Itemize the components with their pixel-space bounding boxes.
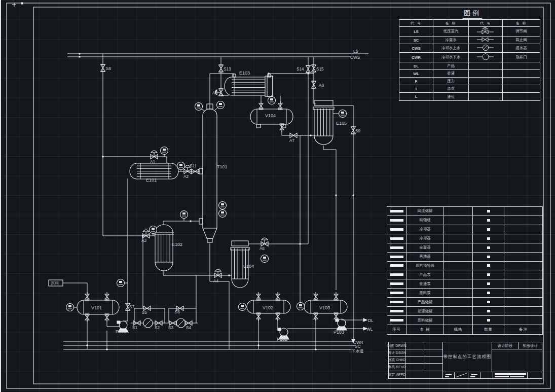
instrument-glyph [270,98,273,100]
legend-symbol-empty [469,70,503,78]
legend-symbol-empty [469,78,503,85]
label-WL: WL [366,327,373,332]
equipment-qty-redacted [473,243,504,252]
equipment-qty-redacted [473,207,504,216]
label-P102: P102 [277,337,287,342]
equipment-row: 釜液储罐 [387,307,543,316]
instrument-glyph [179,164,182,166]
valve-A1-actuator [151,151,157,153]
label-LS: LS [353,49,359,54]
legend-symbol-trap [469,44,503,53]
label-S13: S13 [224,67,231,72]
equipment-code-redacted [387,307,406,316]
instrument-glyph [152,228,155,230]
legend-symbol-empty [469,93,503,100]
junction-dot [86,344,88,346]
label-SC: SC [355,344,360,349]
legend-header: 代 号 [469,20,503,27]
equipment-qty-redacted [473,316,504,325]
label-S11: S11 [190,164,197,168]
equipment-name: 釜液储罐 [406,307,444,316]
legend-symbol-name [503,85,540,93]
valve-A4-actuator [215,269,221,271]
legend-name: 压力 [433,78,469,85]
equipment-row: 原料泵 [387,289,543,298]
legend-row: CWS 冷却水上水 疏水器 [399,44,540,53]
pump-P101-nozzle [117,321,120,324]
equipment-header: 名 称 [406,325,444,334]
equipment-row: 釜液泵 [387,279,543,289]
equipment-code-redacted [387,289,406,298]
equipment-name: 原料泵 [406,289,444,298]
legend-name: 釜液 [433,70,469,78]
equipment-name: 全凝器 [406,243,444,252]
equipment-qty-redacted [473,298,504,307]
label-A7: A7 [289,138,294,143]
titleblock-dsgn: 设计 DSGN [388,349,405,357]
equipment-row: 产品储罐 [387,298,543,307]
legend-code: P [399,78,433,85]
instrument-glyph [263,257,266,259]
equipment-table: 回流储罐 精馏塔 冷却器 冷却器 全凝器 再沸器 [387,206,543,335]
label-S9: S9 [355,129,360,133]
legend-name: 冷凝水 [433,37,469,44]
junction-dot [106,348,108,350]
equipment-row: 原料预热器 [387,261,543,270]
label-E105: E105 [336,121,347,126]
equipment-row: 原料储罐 [387,316,543,325]
equipment-row: 冷却器 [387,225,543,234]
equipment-header: 序号 [387,325,406,334]
legend-code: CWS [399,44,433,53]
equipment-T101-dome [203,109,217,115]
titleblock-drwn: 制图 DRWN [388,342,405,349]
titleblock-appd: 审定 APPD [388,371,405,379]
titleblock-chkd: 校核 CHKD [388,356,405,364]
instrument-glyph [341,112,344,114]
legend-row: CWR 冷却水下水 取样口 [399,53,540,62]
label-V101: V101 [91,305,102,310]
legend-title: 图例 [463,9,482,19]
cad-canvas[interactable]: { "drawing_title": "带控制点的工艺流程图", "legend… [0,0,555,392]
equipment-E102-botdome [155,262,173,271]
equipment-qty-redacted [473,307,504,316]
equipment-name: 产品储罐 [406,298,444,307]
equipment-E104-botdome [232,279,248,288]
equipment-name: 釜液泵 [406,279,444,289]
label-S1: S1 [132,326,137,330]
equipment-code-redacted [387,243,406,252]
label-P101: P101 [116,329,126,334]
label-V103: V103 [319,305,330,310]
legend-code: L [399,93,433,100]
equipment-T101-cone [203,228,217,238]
legend-symbol-name: 调节阀 [503,27,540,37]
legend-header-row: 代 号名 称代 号名 称 [399,20,540,27]
flow-arrow [363,318,367,322]
equipment-code-redacted [387,316,406,325]
equipment-E105-head [314,100,333,105]
equipment-qty-redacted [473,252,504,261]
equipment-row: 精馏塔 [387,216,543,225]
legend-row: LS 低压蒸汽 调节阀 [399,27,540,37]
instrument-glyph [241,305,244,307]
equipment-name: 原料储罐 [406,316,444,325]
equipment-qty-redacted [473,216,504,225]
legend-code: T [399,85,433,93]
equipment-code-redacted [387,261,406,270]
junction-dot [307,73,309,75]
legend-code: WL [399,70,433,78]
instrument-glyph [182,212,186,215]
legend-name: 液位 [433,93,469,100]
equipment-code-redacted [387,225,406,234]
label-A4: A4 [213,279,218,283]
signature-cell [493,372,528,379]
equipment-code-redacted [387,279,406,289]
legend-row: L 液位 [399,93,540,100]
equipment-E103-head [265,76,273,96]
label-E103: E103 [239,70,250,76]
junction-dot [268,73,270,75]
label-DL: DL [368,318,374,323]
equipment-code-redacted [387,234,406,243]
legend-symbol-name: 截止阀 [503,37,540,44]
equipment-name: 精馏塔 [406,216,444,225]
label-V104: V104 [265,113,276,118]
